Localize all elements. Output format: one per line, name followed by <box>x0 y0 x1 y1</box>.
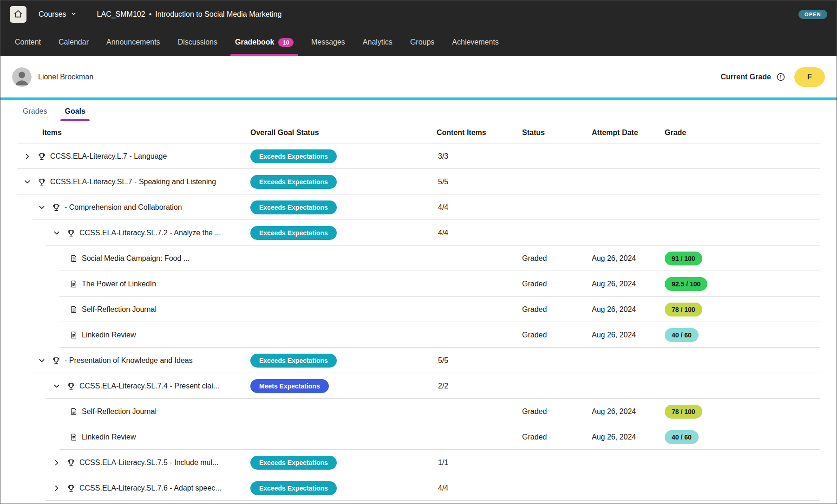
attempt-date-cell: Aug 26, 2024 <box>592 305 665 314</box>
content-items-count: 2/2 <box>437 382 522 390</box>
goal-row: MA.ELA-Literacy.R.PK - ReadingExceeds Ex… <box>17 501 820 504</box>
content-items-count: 3/3 <box>437 152 522 161</box>
overall-goal-status-cell: Exceeds Expectations <box>250 481 437 495</box>
goal-trophy-icon <box>67 459 75 467</box>
grade-pill: 92.5 / 100 <box>665 277 707 291</box>
nav-item-content[interactable]: Content <box>6 28 50 56</box>
content-item-row: Linkedin ReviewGradedAug 26, 202440 / 60 <box>17 424 820 450</box>
grade-info-icon[interactable] <box>776 72 785 82</box>
content-items-count: 5/5 <box>437 356 522 365</box>
goal-row: - Comprehension and CollaborationExceeds… <box>17 194 820 220</box>
grade-cell: 78 / 100 <box>665 303 820 317</box>
expand-chevron-icon[interactable] <box>21 150 33 162</box>
grade-pill: 78 / 100 <box>665 405 702 419</box>
nav-item-analytics[interactable]: Analytics <box>354 28 401 56</box>
goal-trophy-icon <box>38 178 46 186</box>
row-label: CCSS.ELA-Literacy.SL.7.5 - Include mul..… <box>79 459 218 467</box>
items-cell: CCSS.ELA-Literacy.SL.7 - Speaking and Li… <box>17 176 250 188</box>
row-label: CCSS.ELA-Literacy.SL.7.6 - Adapt speec..… <box>79 484 222 492</box>
grade-cell: 40 / 60 <box>665 430 820 444</box>
tab-grades[interactable]: Grades <box>22 101 48 122</box>
items-cell: Linkedin Review <box>17 433 250 441</box>
goal-status-badge: Exceeds Expectations <box>250 226 337 240</box>
grade-cell: 91 / 100 <box>665 252 820 265</box>
row-label: CCSS.ELA-Literacy.SL.7.4 - Present clai.… <box>79 382 219 390</box>
goal-trophy-icon <box>67 229 75 237</box>
status-cell: Graded <box>522 331 592 339</box>
open-status-badge: OPEN <box>798 10 827 19</box>
grade-cell: 92.5 / 100 <box>665 277 820 291</box>
nav-item-messages[interactable]: Messages <box>302 28 354 56</box>
goal-row: CCSS.ELA-Literacy.SL.7.5 - Include mul..… <box>17 450 820 475</box>
row-label: CCSS.ELA-Literacy.SL.7.2 - Analyze the .… <box>79 229 221 237</box>
status-cell: Graded <box>522 305 592 314</box>
goal-trophy-icon <box>52 356 60 365</box>
student-name: Lionel Brockman <box>38 73 93 81</box>
row-label: Self-Reflection Journal <box>82 407 157 416</box>
nav-item-label: Gradebook <box>235 38 274 46</box>
nav-item-calendar[interactable]: Calendar <box>50 28 98 56</box>
expand-chevron-icon[interactable] <box>51 457 63 469</box>
row-label: The Power of LinkedIn <box>82 280 156 288</box>
collapse-chevron-icon[interactable] <box>36 201 48 213</box>
chevron-down-icon <box>71 10 77 19</box>
items-cell: Linkedin Review <box>17 331 250 339</box>
courses-menu[interactable]: Courses <box>39 10 77 19</box>
nav-item-label: Content <box>15 38 41 46</box>
status-cell: Graded <box>522 433 592 441</box>
current-grade-pill[interactable]: F <box>794 67 825 87</box>
items-cell: CCSS.ELA-Literacy.SL.7.2 - Analyze the .… <box>17 227 250 239</box>
items-cell: Self-Reflection Journal <box>17 305 250 314</box>
nav-item-gradebook[interactable]: Gradebook10 <box>226 28 302 56</box>
nav-item-label: Announcements <box>106 38 160 46</box>
content-item-row: The Power of LinkedInGradedAug 26, 20249… <box>17 271 820 297</box>
nav-item-announcements[interactable]: Announcements <box>98 28 169 56</box>
courses-label: Courses <box>39 10 66 19</box>
row-label: Social Media Campaign: Food ... <box>82 254 190 263</box>
column-header-status: Status <box>522 129 592 137</box>
current-grade-label: Current Grade <box>721 73 771 81</box>
column-header-grade: Grade <box>665 129 820 137</box>
nav-item-discussions[interactable]: Discussions <box>169 28 226 56</box>
grade-pill: 91 / 100 <box>665 252 702 265</box>
document-icon <box>70 305 78 314</box>
column-header-overall-goal-status: Overall Goal Status <box>250 129 437 137</box>
goal-status-badge: Meets Expectations <box>250 379 329 393</box>
goal-row: CCSS.ELA-Literacy.L.7 - LanguageExceeds … <box>17 143 820 169</box>
items-cell: CCSS.ELA-Literacy.SL.7.4 - Present clai.… <box>17 380 250 392</box>
goal-trophy-icon <box>38 152 46 161</box>
table-body: CCSS.ELA-Literacy.L.7 - LanguageExceeds … <box>17 143 820 504</box>
overall-goal-status-cell: Exceeds Expectations <box>250 200 437 214</box>
nav-item-label: Calendar <box>59 38 89 46</box>
overall-goal-status-cell: Meets Expectations <box>250 379 437 393</box>
attempt-date-cell: Aug 26, 2024 <box>592 433 665 441</box>
expand-chevron-icon[interactable] <box>51 482 63 494</box>
nav-item-achievements[interactable]: Achievements <box>443 28 508 56</box>
items-cell: Self-Reflection Journal <box>17 407 250 416</box>
goal-status-badge: Exceeds Expectations <box>250 200 337 214</box>
goal-status-badge: Exceeds Expectations <box>250 456 337 470</box>
overall-goal-status-cell: Exceeds Expectations <box>250 226 437 240</box>
items-cell: CCSS.ELA-Literacy.SL.7.5 - Include mul..… <box>17 457 250 469</box>
goal-row: - Presentation of Knowledge and IdeasExc… <box>17 348 820 373</box>
collapse-chevron-icon[interactable] <box>51 380 63 392</box>
nav-item-groups[interactable]: Groups <box>401 28 443 56</box>
home-button[interactable] <box>10 6 26 23</box>
items-cell: - Presentation of Knowledge and Ideas <box>17 355 250 367</box>
topbar: Courses LAC_SMM102 • Introduction to Soc… <box>0 0 837 28</box>
document-icon <box>70 331 78 339</box>
overall-goal-status-cell: Exceeds Expectations <box>250 456 437 470</box>
document-icon <box>70 280 78 288</box>
content-items-count: 4/4 <box>437 203 522 212</box>
collapse-chevron-icon[interactable] <box>36 355 48 367</box>
row-label: Linkedin Review <box>82 433 136 441</box>
collapse-chevron-icon[interactable] <box>21 176 33 188</box>
nav-item-label: Messages <box>311 38 345 46</box>
goal-trophy-icon <box>67 484 75 492</box>
goals-table: Items Overall Goal Status Content Items … <box>17 122 820 504</box>
row-label: CCSS.ELA-Literacy.L.7 - Language <box>50 152 167 161</box>
items-cell: CCSS.ELA-Literacy.SL.7.6 - Adapt speec..… <box>17 482 250 494</box>
collapse-chevron-icon[interactable] <box>51 227 63 239</box>
tab-goals[interactable]: Goals <box>64 101 86 122</box>
content-item-row: Self-Reflection JournalGradedAug 26, 202… <box>17 399 820 424</box>
